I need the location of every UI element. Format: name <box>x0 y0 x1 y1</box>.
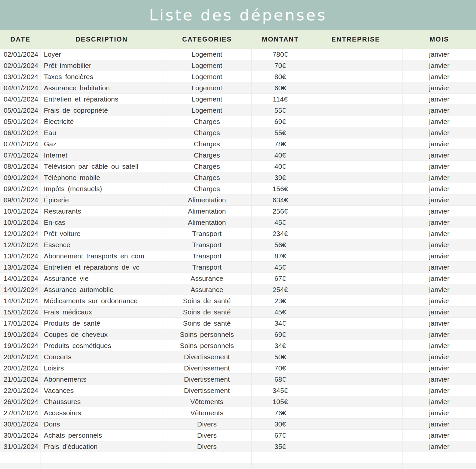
cell-month: janvier <box>403 307 476 318</box>
table-row: 05/01/2024 Électricité Charges 69€ janvi… <box>0 116 476 127</box>
cell-category: Vêtements <box>162 396 252 407</box>
cell-date: 04/01/2024 <box>0 82 41 94</box>
cell-amount <box>252 463 309 469</box>
cell-company <box>309 284 403 295</box>
cell-description: Épicerie <box>41 194 162 206</box>
cell-date: 09/01/2024 <box>0 183 41 194</box>
cell-amount: 345€ <box>252 385 309 396</box>
cell-date: 12/01/2024 <box>0 228 41 239</box>
cell-company <box>309 441 403 452</box>
cell-description: Produits de santé <box>41 318 162 329</box>
cell-amount: 30€ <box>252 419 309 430</box>
cell-category: Alimentation <box>162 217 252 228</box>
cell-month: janvier <box>403 351 476 363</box>
cell-month: janvier <box>403 262 476 273</box>
cell-company <box>309 150 403 161</box>
cell-amount: 56€ <box>252 239 309 250</box>
column-header-entreprise: ENTREPRISE <box>309 36 403 43</box>
table-row: 20/01/2024 Loisirs Divertissement 70€ ja… <box>0 363 476 374</box>
cell-month <box>403 452 476 463</box>
cell-company <box>309 374 403 385</box>
table-row: 12/01/2024 Essence Transport 56€ janvier <box>0 239 476 250</box>
table-row: 15/01/2024 Frais médicaux Soins de santé… <box>0 307 476 318</box>
column-header-description: DESCRIPTION <box>41 36 162 43</box>
cell-month: janvier <box>403 318 476 329</box>
cell-description: Frais médicaux <box>41 307 162 318</box>
cell-category: Logement <box>162 71 252 82</box>
table-row: 07/01/2024 Gaz Charges 78€ janvier <box>0 138 476 150</box>
cell-month: janvier <box>403 441 476 452</box>
cell-date <box>0 463 41 469</box>
cell-category: Assurance <box>162 284 252 295</box>
cell-category: Divertissement <box>162 363 252 374</box>
cell-company <box>309 318 403 329</box>
cell-date: 21/01/2024 <box>0 374 41 385</box>
cell-description: Assurance habitation <box>41 82 162 94</box>
cell-month: janvier <box>403 250 476 262</box>
cell-amount: 70€ <box>252 60 309 71</box>
cell-category: Divers <box>162 441 252 452</box>
cell-company <box>309 463 403 469</box>
cell-date: 10/01/2024 <box>0 217 41 228</box>
cell-description <box>41 452 162 463</box>
cell-amount: 634€ <box>252 194 309 206</box>
cell-month: janvier <box>403 363 476 374</box>
cell-category: Logement <box>162 105 252 116</box>
cell-category: Divertissement <box>162 374 252 385</box>
table-row: 10/01/2024 Restaurants Alimentation 256€… <box>0 206 476 217</box>
cell-company <box>309 94 403 105</box>
cell-month: janvier <box>403 239 476 250</box>
table-row: 07/01/2024 Internet Charges 40€ janvier <box>0 150 476 161</box>
cell-category: Charges <box>162 172 252 183</box>
column-header-mois: MOIS <box>403 36 476 43</box>
cell-company <box>309 385 403 396</box>
cell-date: 26/01/2024 <box>0 396 41 407</box>
cell-date <box>0 452 41 463</box>
table-row: 09/01/2024 Impôts (mensuels) Charges 156… <box>0 183 476 194</box>
table-row: 14/01/2024 Assurance vie Assurance 67€ j… <box>0 273 476 284</box>
cell-description: Eau <box>41 127 162 138</box>
cell-description: Frais de copropriété <box>41 105 162 116</box>
cell-category: Soins de santé <box>162 318 252 329</box>
cell-category: Charges <box>162 150 252 161</box>
cell-month: janvier <box>403 374 476 385</box>
cell-date: 05/01/2024 <box>0 116 41 127</box>
cell-amount: 39€ <box>252 172 309 183</box>
cell-date: 07/01/2024 <box>0 150 41 161</box>
cell-date: 14/01/2024 <box>0 284 41 295</box>
cell-description: Achats personnels <box>41 430 162 441</box>
cell-company <box>309 340 403 351</box>
table-row: 19/01/2024 Produits cosmétiques Soins pe… <box>0 340 476 351</box>
cell-company <box>309 183 403 194</box>
cell-date: 14/01/2024 <box>0 295 41 307</box>
table-row: 14/01/2024 Médicaments sur ordonnance So… <box>0 295 476 307</box>
cell-company <box>309 116 403 127</box>
cell-amount: 40€ <box>252 150 309 161</box>
table-row: 21/01/2024 Abonnements Divertissement 68… <box>0 374 476 385</box>
cell-category: Soins de santé <box>162 307 252 318</box>
cell-month: janvier <box>403 194 476 206</box>
cell-company <box>309 329 403 340</box>
table-row <box>0 452 476 463</box>
cell-description: Loyer <box>41 49 162 60</box>
cell-amount: 80€ <box>252 71 309 82</box>
cell-amount: 50€ <box>252 351 309 363</box>
cell-date: 19/01/2024 <box>0 329 41 340</box>
cell-category <box>162 463 252 469</box>
cell-amount: 76€ <box>252 407 309 419</box>
cell-month: janvier <box>403 284 476 295</box>
cell-description: Accessoires <box>41 407 162 419</box>
table-row: 20/01/2024 Concerts Divertissement 50€ j… <box>0 351 476 363</box>
cell-date: 09/01/2024 <box>0 172 41 183</box>
cell-month: janvier <box>403 385 476 396</box>
cell-company <box>309 351 403 363</box>
cell-month: janvier <box>403 116 476 127</box>
cell-company <box>309 49 403 60</box>
cell-description: Abonnement transports en com <box>41 250 162 262</box>
cell-description: Assurance automobile <box>41 284 162 295</box>
cell-description: Internet <box>41 150 162 161</box>
cell-description: Médicaments sur ordonnance <box>41 295 162 307</box>
cell-date: 14/01/2024 <box>0 273 41 284</box>
cell-category: Transport <box>162 262 252 273</box>
table-row: 09/01/2024 Téléphone mobile Charges 39€ … <box>0 172 476 183</box>
